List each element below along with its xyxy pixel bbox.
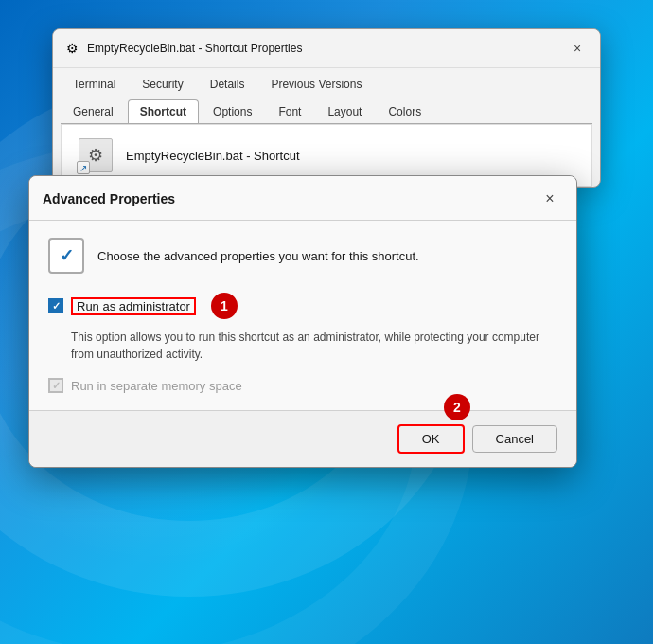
properties-window: ⚙ EmptyRecycleBin.bat - Shortcut Propert…: [52, 28, 601, 188]
properties-titlebar: ⚙ EmptyRecycleBin.bat - Shortcut Propert…: [53, 29, 600, 68]
advanced-dialog-body: ✓ Choose the advanced properties you wan…: [29, 221, 576, 410]
cancel-button[interactable]: Cancel: [472, 425, 557, 453]
file-name-label: EmptyRecycleBin.bat - Shortcut: [126, 149, 300, 163]
tab-font[interactable]: Font: [266, 99, 313, 123]
step-2-badge: 2: [444, 394, 470, 420]
ok-button[interactable]: OK: [397, 424, 465, 454]
memory-space-row: ✓ Run in separate memory space: [48, 378, 557, 393]
run-as-admin-description: This option allows you to run this short…: [71, 329, 557, 363]
tab-options[interactable]: Options: [201, 99, 264, 123]
properties-icon: ⚙: [64, 41, 79, 56]
memory-space-label: Run in separate memory space: [71, 379, 242, 393]
run-as-admin-row: ✓ Run as administrator 1: [48, 293, 557, 319]
tabs-row2: General Shortcut Options Font Layout Col…: [53, 96, 600, 123]
tabs-row1: Terminal Security Details Previous Versi…: [53, 68, 600, 96]
memory-checkmark-icon: ✓: [52, 380, 61, 392]
shortcut-arrow-icon: ↗: [77, 161, 90, 174]
tab-colors[interactable]: Colors: [376, 99, 433, 123]
shield-checkbox[interactable]: ✓: [48, 238, 84, 274]
file-icon: ⚙ ↗: [77, 136, 115, 174]
advanced-close-button[interactable]: ×: [537, 186, 563, 212]
tab-terminal[interactable]: Terminal: [61, 72, 128, 96]
tab-details[interactable]: Details: [198, 72, 257, 96]
shield-checkmark-icon: ✓: [60, 245, 74, 266]
advanced-titlebar: Advanced Properties ×: [29, 176, 576, 220]
step-1-badge: 1: [211, 293, 238, 319]
tab-security[interactable]: Security: [130, 72, 195, 96]
properties-close-button[interactable]: ×: [566, 37, 589, 60]
advanced-dialog-footer: 2 OK Cancel: [29, 410, 576, 467]
header-description: Choose the advanced properties you want …: [97, 249, 557, 263]
advanced-dialog-title: Advanced Properties: [43, 191, 175, 206]
run-as-admin-label: Run as administrator: [77, 299, 190, 313]
checkbox-check-icon: ✓: [52, 300, 61, 313]
tab-previous-versions[interactable]: Previous Versions: [258, 72, 374, 96]
advanced-properties-dialog: Advanced Properties × ✓ Choose the advan…: [28, 175, 577, 468]
run-as-admin-label-wrap: Run as administrator: [71, 297, 196, 315]
properties-title: EmptyRecycleBin.bat - Shortcut Propertie…: [87, 42, 302, 55]
header-row: ✓ Choose the advanced properties you wan…: [48, 238, 557, 274]
tab-layout[interactable]: Layout: [315, 99, 374, 123]
run-as-admin-checkbox[interactable]: ✓: [48, 298, 63, 313]
tab-shortcut[interactable]: Shortcut: [128, 99, 199, 123]
memory-space-checkbox: ✓: [48, 378, 63, 393]
tab-general[interactable]: General: [61, 99, 126, 123]
